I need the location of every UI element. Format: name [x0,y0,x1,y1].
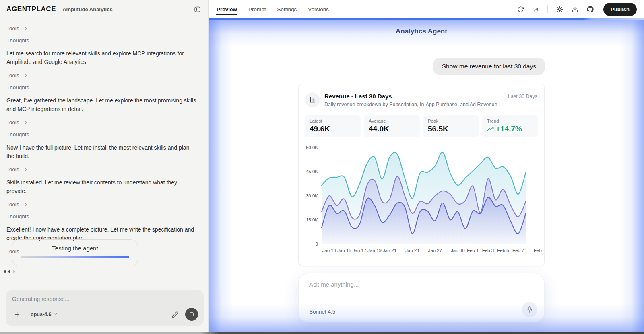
nav-tabs: PreviewPromptSettingsVersions [216,1,329,18]
tab-settings[interactable]: Settings [277,1,297,18]
bar-chart-icon [305,92,320,107]
github-icon[interactable] [584,3,596,15]
y-axis-tick: 15.0K [306,217,318,222]
x-axis-tick: Jan 17 [353,248,367,253]
agent-activity-log: ToolsThoughtsLet me search for more rele… [0,18,208,254]
sidebar-item-tools[interactable]: Tools [6,25,197,31]
trending-up-icon [487,126,494,133]
stat-value: 44.0K [369,125,415,133]
sidebar-item-thoughts[interactable]: Thoughts [6,131,197,137]
loading-dot [8,270,10,273]
x-axis-tick: Feb 1 [467,248,479,253]
top-nav: PreviewPromptSettingsVersions Publish [209,0,644,18]
sidebar-header: AGENTPLACE Amplitude Analytics [0,0,208,18]
group-label: Thoughts [6,131,29,137]
y-axis-tick: 0 [316,242,318,246]
chevron-right-icon [33,85,38,90]
y-axis-tick: 30.0K [306,193,318,198]
mic-button[interactable] [522,302,537,317]
stat-value: +14.7% [487,125,533,133]
loading-dots [4,270,15,273]
sidebar-item-thoughts[interactable]: Thoughts [6,213,197,219]
model-selector[interactable]: opus-4.6 [31,311,58,317]
download-icon[interactable] [569,3,581,15]
project-name: Amplitude Analytics [62,6,112,12]
revenue-chart: 015.0K30.0K45.0K60.0KJan 13Jan 15Jan 17J… [300,143,543,263]
user-message-row: Show me revenue for last 30 days [298,58,545,75]
tab-preview[interactable]: Preview [216,1,237,18]
sidebar-composer-toolbar: opus-4.6 [12,308,198,321]
stat-peak: Peak56.5K [423,115,479,137]
tab-prompt[interactable]: Prompt [248,1,266,18]
sidebar-item-thoughts[interactable]: Thoughts [6,84,197,90]
stop-generation-button[interactable] [185,308,198,321]
theme-sun-icon[interactable] [553,3,566,15]
refresh-icon[interactable] [514,3,526,15]
stat-label: Trend [487,119,533,123]
chevron-right-icon [23,73,28,78]
agent-preview-canvas: Analytics Agent Show me revenue for last… [209,18,644,332]
stats-row: Latest49.6KAverage44.0KPeak56.5KTrend+14… [305,115,538,137]
y-axis-tick: 60.0K [306,145,318,150]
app-window: AGENTPLACE Amplitude Analytics ToolsThou… [0,0,644,332]
group-label: Thoughts [6,213,29,219]
stat-label: Latest [310,119,356,123]
stat-label: Peak [428,119,474,123]
chat-model-label: Sonnet 4.5 [309,309,335,315]
x-axis-tick: Jan 30 [451,248,465,253]
chevron-right-icon [23,202,28,207]
chevron-right-icon [33,38,38,43]
sidebar-item-tools[interactable]: Tools [6,72,197,78]
x-axis-tick: Jan 27 [428,248,442,253]
generating-status-text: Generating response... [12,296,197,302]
style-brush-button[interactable] [170,309,180,319]
period-badge: Last 30 Days [508,94,537,99]
revenue-card: Revenue - Last 30 Days Daily revenue bre… [298,84,545,266]
sidebar-item-tools[interactable]: Tools [6,166,197,172]
chat-input-placeholder: Ask me anything... [309,281,359,288]
sidebar-item-thoughts[interactable]: Thoughts [6,37,197,43]
stat-label: Average [369,119,415,123]
revenue-card-subtitle: Daily revenue breakdown by Subscription,… [324,102,497,107]
stat-value-text: 56.5K [428,125,448,133]
chevron-right-icon [23,167,28,172]
bottom-edge-strip [0,332,644,334]
model-name: opus-4.6 [31,311,51,317]
stat-value: 49.6K [310,125,356,133]
chat-composer[interactable]: Ask me anything... Sonnet 4.5 [298,273,545,323]
add-attachment-button[interactable] [12,309,22,319]
user-message-bubble: Show me revenue for last 30 days [433,58,545,75]
panel-toggle-icon[interactable] [192,4,202,14]
testing-card-title: Testing the agent [12,245,138,252]
open-external-icon[interactable] [530,3,542,15]
thought-text: Skills installed. Let me review their co… [6,178,197,195]
sidebar-item-tools[interactable]: Tools [6,201,197,207]
sidebar-item-tools[interactable]: Tools [6,119,197,125]
glow-border-right [620,18,644,332]
chevron-right-icon [23,120,28,125]
thought-text: Now I have the full picture. Let me inst… [6,143,197,160]
testing-progress-fill [21,256,129,258]
stat-average: Average44.0K [364,115,420,137]
group-label: Thoughts [6,84,29,90]
sidebar-composer[interactable]: Generating response... opus-4.6 [6,290,204,326]
publish-button[interactable]: Publish [603,3,637,16]
stat-value-text: 49.6K [310,125,330,133]
group-label: Tools [6,72,19,78]
group-label: Tools [6,166,19,172]
x-axis-tick: Jan 24 [405,248,419,253]
x-axis-tick: Jan 13 [322,248,336,253]
agent-build-sidebar: AGENTPLACE Amplitude Analytics ToolsThou… [0,0,209,332]
x-axis-tick: Feb 3 [482,248,494,253]
revenue-card-title: Revenue - Last 30 Days [324,93,392,100]
thought-text: Great, I've gathered the landscape. Let … [6,96,197,113]
group-label: Tools [6,25,19,31]
group-label: Tools [6,119,19,125]
x-axis-tick: Jan 21 [383,248,397,253]
preview-pane: PreviewPromptSettingsVersions Publish An… [209,0,644,332]
tab-versions[interactable]: Versions [308,1,329,18]
chat-column: Analytics Agent Show me revenue for last… [298,18,545,323]
group-label: Tools [6,201,19,207]
progress-strip [209,18,644,20]
x-axis-tick: Feb 7 [512,248,524,253]
